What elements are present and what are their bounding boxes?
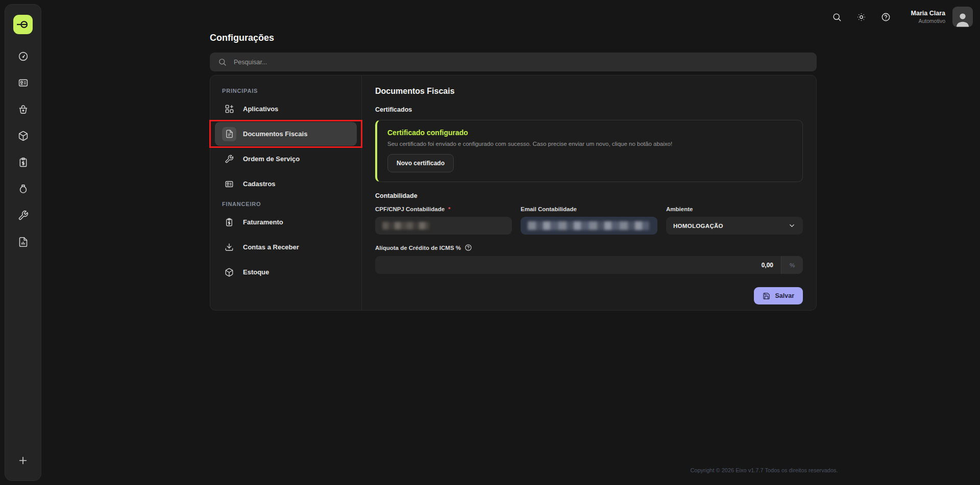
nav-item-label: Faturamento	[243, 218, 283, 226]
icms-value: 0,00	[375, 256, 781, 274]
nav-item-label: Documentos Fiscais	[243, 130, 307, 138]
nav-section-financeiro: FINANCEIRO	[222, 201, 357, 207]
environment-field-group: Ambiente HOMOLOGAÇÃO	[666, 206, 803, 235]
nav-section-principais: PRINCIPAIS	[222, 88, 357, 94]
required-mark: *	[448, 206, 450, 212]
cpf-label-text: CPF/CNPJ Contabilidade	[375, 206, 445, 212]
save-button[interactable]: Salvar	[754, 287, 803, 304]
chevron-down-icon	[788, 222, 796, 229]
user-name: Maria Clara	[911, 10, 945, 17]
id-card-icon	[222, 177, 236, 191]
nav-item-label: Contas a Receber	[243, 243, 299, 251]
eixo-logo[interactable]	[13, 15, 33, 34]
cpf-label: CPF/CNPJ Contabilidade *	[375, 206, 512, 212]
search-icon	[218, 58, 227, 66]
email-field-group: Email Contabilidade	[521, 206, 657, 235]
search-input[interactable]	[234, 59, 808, 66]
invoice-icon	[222, 215, 236, 229]
nav-item-aplicativos[interactable]: Aplicativos	[215, 97, 357, 121]
page-title: Configurações	[210, 33, 274, 43]
nav-item-label: Estoque	[243, 268, 269, 276]
redacted-email-value	[528, 221, 649, 230]
icms-label-text: Alíquota de Crédito de ICMS %	[375, 245, 461, 251]
invoice-icon[interactable]	[16, 156, 30, 169]
accounting-fields: CPF/CNPJ Contabilidade * Email Contabili…	[375, 206, 803, 235]
brightness-icon[interactable]	[853, 8, 870, 25]
icms-label: Alíquota de Crédito de ICMS %	[375, 244, 803, 251]
new-certificate-button[interactable]: Novo certificado	[387, 154, 454, 172]
grid-plus-icon	[222, 102, 236, 116]
cpf-input[interactable]	[375, 217, 512, 235]
save-button-label: Salvar	[775, 292, 794, 299]
rail-nav	[16, 49, 30, 248]
user-role: Automotivo	[918, 18, 945, 24]
settings-content: Documentos Fiscais Certificados Certific…	[362, 75, 816, 310]
environment-value: HOMOLOGAÇÃO	[673, 223, 723, 229]
nav-item-contas-a-receber[interactable]: Contas a Receber	[215, 235, 357, 259]
nav-item-faturamento[interactable]: Faturamento	[215, 210, 357, 234]
email-label: Email Contabilidade	[521, 206, 657, 212]
accounting-heading: Contabilidade	[375, 192, 803, 199]
icms-input[interactable]: 0,00 %	[375, 256, 803, 274]
nav-item-label: Aplicativos	[243, 105, 278, 113]
gauge-icon[interactable]	[16, 49, 30, 63]
nav-item-ordem-de-servico[interactable]: Ordem de Serviço	[215, 147, 357, 171]
report-icon[interactable]	[16, 235, 30, 248]
content-title: Documentos Fiscais	[375, 87, 803, 96]
e-logo-glyph	[16, 18, 30, 31]
nav-item-documentos-fiscais[interactable]: Documentos Fiscais	[215, 122, 357, 146]
money-bag-icon[interactable]	[16, 182, 30, 195]
copyright-text: Copyright © 2026 Eixo v1.7.7 Todos os di…	[636, 467, 892, 473]
cpf-field-group: CPF/CNPJ Contabilidade *	[375, 206, 512, 235]
nav-item-label: Ordem de Serviço	[243, 155, 300, 163]
topbar: Maria Clara Automotivo	[828, 5, 973, 29]
download-icon	[222, 240, 236, 254]
package-icon[interactable]	[16, 129, 30, 142]
plus-icon	[17, 455, 29, 466]
certificates-heading: Certificados	[375, 106, 803, 113]
icms-field-group: Alíquota de Crédito de ICMS % 0,00 %	[375, 244, 803, 274]
avatar[interactable]	[952, 7, 973, 27]
redacted-cpf-value	[382, 222, 429, 229]
nav-item-cadastros[interactable]: Faturamento Cadastros	[215, 172, 357, 196]
settings-card: PRINCIPAIS Aplicativos Documentos Fiscai…	[210, 75, 817, 311]
nav-item-label: Cadastros	[243, 180, 276, 188]
save-icon	[763, 292, 770, 300]
app-sidebar	[5, 4, 41, 481]
environment-label-text: Ambiente	[666, 206, 693, 212]
certificate-status-title: Certificado configurado	[387, 129, 792, 137]
id-card-icon[interactable]	[16, 76, 30, 89]
environment-select[interactable]: HOMOLOGAÇÃO	[666, 217, 803, 235]
file-icon	[222, 127, 236, 141]
help-icon[interactable]	[877, 8, 895, 25]
wrench-icon	[222, 152, 236, 166]
save-row: Salvar	[375, 287, 803, 304]
search-icon[interactable]	[828, 8, 846, 25]
wrench-icon[interactable]	[16, 209, 30, 222]
certificate-status-card: Certificado configurado Seu certificado …	[375, 120, 803, 182]
email-label-text: Email Contabilidade	[521, 206, 577, 212]
user-meta: Maria Clara Automotivo	[911, 10, 945, 24]
certificate-status-text: Seu certificado foi enviado e configurad…	[387, 141, 792, 147]
person-icon	[954, 11, 971, 27]
basket-icon[interactable]	[16, 103, 30, 116]
settings-search[interactable]	[210, 53, 817, 71]
icms-suffix: %	[781, 256, 803, 274]
package-icon	[222, 265, 236, 279]
nav-item-estoque[interactable]: Estoque	[215, 260, 357, 284]
email-input[interactable]	[521, 217, 657, 235]
add-button[interactable]	[16, 454, 30, 467]
environment-label: Ambiente	[666, 206, 803, 212]
settings-nav: PRINCIPAIS Aplicativos Documentos Fiscai…	[210, 75, 362, 310]
help-icon[interactable]	[464, 244, 472, 251]
